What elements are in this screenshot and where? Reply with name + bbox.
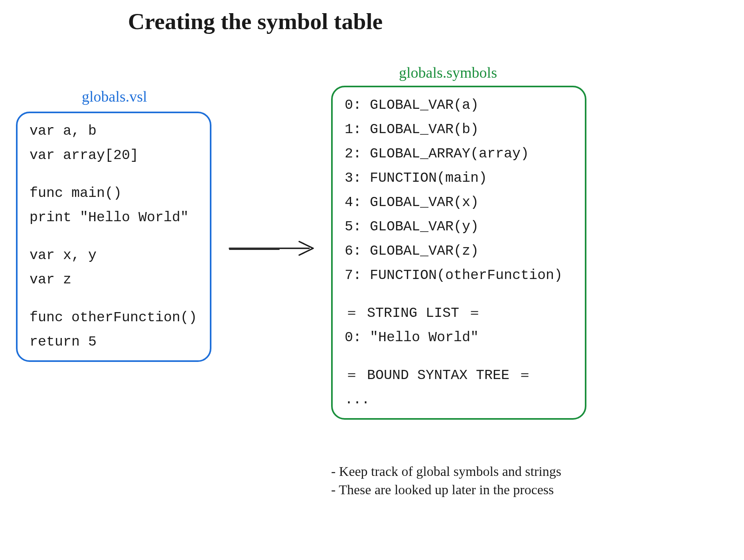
symbol-line: ＝ BOUND SYNTAX TREE ＝ — [345, 369, 573, 383]
symbol-line: 6: GLOBAL_VAR(z) — [345, 244, 573, 258]
symbol-line: 3: FUNCTION(main) — [345, 171, 573, 185]
symbol-line: 4: GLOBAL_VAR(x) — [345, 196, 573, 210]
symbol-line: ... — [345, 393, 573, 407]
source-line: func main() — [30, 187, 198, 200]
symbol-table-box: 0: GLOBAL_VAR(a)1: GLOBAL_VAR(b)2: GLOBA… — [331, 86, 586, 420]
diagram-title: Creating the symbol table — [0, 8, 511, 35]
source-line: print "Hello World" — [30, 211, 198, 225]
source-code-box: var a, bvar array[20]func main()print "H… — [16, 112, 211, 362]
right-box-label: globals.symbols — [399, 64, 497, 81]
note-line: - Keep track of global symbols and strin… — [331, 462, 650, 481]
left-box-label: globals.vsl — [82, 88, 147, 105]
symbol-line: 1: GLOBAL_VAR(b) — [345, 123, 573, 137]
note-line: - These are looked up later in the proce… — [331, 481, 650, 499]
source-line: var a, b — [30, 124, 198, 138]
symbol-line: 2: GLOBAL_ARRAY(array) — [345, 147, 573, 161]
source-line: var x, y — [30, 249, 198, 263]
source-line: func otherFunction() — [30, 311, 198, 325]
arrow-icon — [227, 238, 317, 260]
symbol-line: 0: GLOBAL_VAR(a) — [345, 98, 573, 112]
source-line: var z — [30, 273, 198, 287]
symbol-line: ＝ STRING LIST ＝ — [345, 307, 573, 320]
symbol-line: 0: "Hello World" — [345, 331, 573, 345]
source-line: var array[20] — [30, 149, 198, 163]
diagram-notes: - Keep track of global symbols and strin… — [331, 462, 650, 499]
source-line: return 5 — [30, 335, 198, 349]
symbol-line: 7: FUNCTION(otherFunction) — [345, 269, 573, 283]
symbol-line: 5: GLOBAL_VAR(y) — [345, 220, 573, 234]
